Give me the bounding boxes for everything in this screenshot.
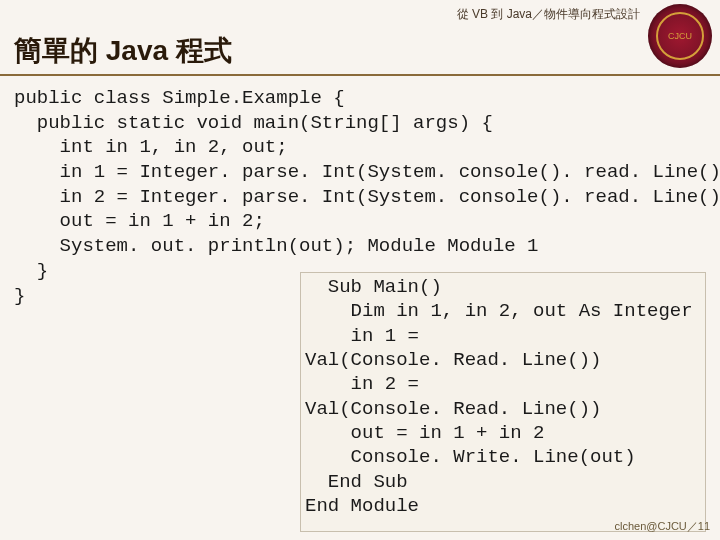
logo-text: CJCU xyxy=(656,12,704,60)
slide-title: 簡單的 Java 程式 xyxy=(14,32,232,70)
title-divider xyxy=(0,74,720,76)
vb-code-box: Sub Main() Dim in 1, in 2, out As Intege… xyxy=(300,272,706,532)
university-logo: CJCU xyxy=(648,4,712,68)
breadcrumb: 從 VB 到 Java／物件導向程式設計 xyxy=(457,6,640,23)
footer-text: clchen@CJCU／11 xyxy=(614,519,710,534)
